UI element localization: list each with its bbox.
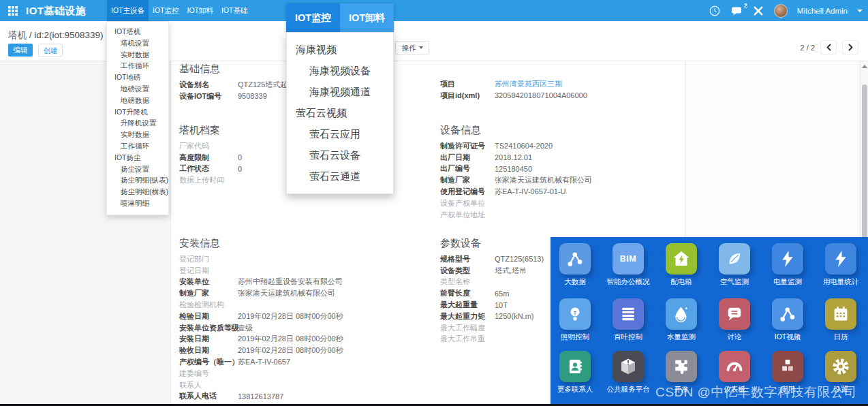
user-avatar[interactable] [774,4,788,18]
menu-item[interactable]: 塔机设置 [107,37,168,49]
field-label: 类型名称 [440,277,495,287]
app-discuss[interactable]: 讨论 [708,298,761,342]
topbar-nav: IOT主设备 IOT监控 IOT卸料 IOT基础 [107,0,252,21]
menu-item[interactable]: 工作循环 [107,140,168,152]
app-public-service-platform[interactable]: 公共服务平台 [602,351,655,394]
field-value: 张家港天运建筑机械有限公司 [495,175,592,185]
menu-item[interactable]: 实时数据 [107,49,168,61]
menu-item[interactable]: IOT地磅 [107,72,168,83]
field-label: 安装日期 [179,334,238,344]
field-label: 制造厂家 [179,288,238,298]
menu-item[interactable]: 实时数据 [107,129,168,140]
field-value: TS2410604-2020 [495,142,553,150]
menu-item[interactable]: 地磅设置 [107,83,168,95]
field-label: 前臂长度 [440,288,495,298]
field-value: 0 [238,165,242,173]
bolt-icon [831,249,851,269]
messages-icon[interactable]: 2 [730,5,743,17]
monitor-dropdown-panel: 海康视频 海康视频设备 海康视频通道 萤石云视频 萤石云应用 萤石云设备 萤石云… [286,32,394,194]
breadcrumb-parent-link[interactable]: 塔机 [8,30,27,40]
tools-close-icon[interactable] [752,5,764,17]
menu-item[interactable]: 海康视频 [287,39,393,60]
field-value: 2019年02月28日 08时00分00秒 [238,311,343,322]
network-nodes-icon [565,249,585,269]
app-blinds-control[interactable]: 百叶控制 [602,298,655,342]
app-iot-video[interactable]: IOT视频 [761,298,814,342]
menu-item[interactable]: 升降机设置 [107,117,168,129]
field-label: 登记部门 [179,254,238,264]
create-button[interactable]: 创建 [38,44,63,57]
pager-previous-button[interactable] [820,40,837,54]
field-value: 10T [495,301,508,309]
gauge-icon [724,356,745,377]
edit-button[interactable]: 编辑 [8,44,33,57]
menu-item[interactable]: 海康视频设备 [287,60,393,81]
field-label: 登记日期 [179,266,238,276]
project-link[interactable]: 苏州湾景苑西区三期 [495,79,562,89]
app-calendar[interactable]: 日历 [814,298,867,342]
menu-item[interactable]: 萤石云视频 [287,102,393,123]
menu-item[interactable]: 海康视频通道 [287,81,393,102]
tab-iot-unload[interactable]: IOT卸料 [340,3,394,32]
topbar-menu-iot-main-device[interactable]: IOT主设备 [107,0,149,21]
app-power-box[interactable]: 配电箱 [655,243,708,287]
topbar-menu-iot-unload[interactable]: IOT卸料 [183,0,218,21]
menu-item[interactable]: 萤石云应用 [287,123,393,144]
app-electric-stats[interactable]: 用电量统计 [814,243,867,287]
action-button[interactable]: 操作 [395,41,429,54]
menu-item[interactable]: IOT扬尘 [107,152,168,163]
field-label: 项目id(xml) [440,91,495,101]
menu-item[interactable]: 工作循环 [107,60,168,72]
menu-item[interactable]: IOT升降机 [107,106,168,118]
field-value: 壹级 [238,323,253,333]
tab-iot-monitor[interactable]: IOT监控 [286,3,340,32]
field-label: 出厂日期 [440,153,495,163]
section-basic-info-right: 项目苏州湾景苑西区三期 项目id(xml)3205842018071004A06… [440,78,587,102]
topbar-menu-iot-monitor[interactable]: IOT监控 [149,0,183,21]
field-label: 产权编号（唯一） [179,357,238,367]
section-title: 安装信息 [179,237,343,250]
app-water-monitor[interactable]: 水量监测 [655,298,708,342]
messages-count-badge: 2 [744,2,747,9]
user-menu-caret-icon[interactable] [857,10,863,12]
menu-item[interactable]: 扬尘设置 [107,163,168,175]
field-label: 联系人 [179,380,238,390]
app-air-monitor[interactable]: 空气监测 [708,243,761,287]
action-button-label: 操作 [402,42,416,54]
field-value: QTZ125塔式起 [238,80,288,90]
action-caret-icon [419,46,423,49]
field-label: 联系人电话 [179,391,238,401]
menu-item[interactable]: IOT塔机 [107,26,168,37]
section-basic-info: 基础信息 设备别名QTZ125塔式起 设备IOT编号9508339 [179,63,288,102]
topbar: IOT基础设施 IOT主设备 IOT监控 IOT卸料 IOT基础 2 Mitch… [0,0,868,21]
apps-grid-icon[interactable] [7,5,18,16]
app-title: IOT基础设施 [26,0,87,21]
scrollbar-up-arrow-icon[interactable] [862,65,867,68]
gear-icon [831,356,851,377]
section-parameters: 参数设备 规格型号QTZ125(6513) 设备类型塔式,塔吊 类型名称 前臂长… [440,237,544,345]
iot-infrastructure-app: IOT基础设施 IOT主设备 IOT监控 IOT卸料 IOT基础 2 Mitch… [0,0,868,406]
menu-item[interactable]: 喷淋明细 [107,198,168,209]
section-title: 塔机档案 [179,124,242,137]
app-big-data[interactable]: 大数据 [548,243,602,287]
menu-item[interactable]: 扬尘明细(横表) [107,186,168,198]
puzzle-icon [671,356,692,377]
app-lighting-control[interactable]: 照明控制 [548,298,602,342]
topbar-menu-iot-base[interactable]: IOT基础 [217,0,252,21]
user-name[interactable]: Mitchell Admin [797,7,848,15]
bolt-icon [777,249,798,269]
menu-item[interactable]: 地磅数据 [107,95,168,106]
app-more-contacts[interactable]: 更多联系人 [548,351,602,394]
activity-clock-icon[interactable] [709,5,721,17]
menu-item[interactable]: 扬尘明细(纵表) [107,174,168,186]
menu-item[interactable]: 萤石云设备 [287,144,393,166]
breadcrumb: 塔机 / id:2(iot:9508339) [8,29,104,42]
app-bim-overview[interactable]: BIM 智能办公概况 [602,243,655,287]
app-electric-monitor[interactable]: 电量监测 [761,243,814,287]
field-label: 工作状态 [179,163,238,174]
field-value: 苏州中翔起重设备安装有限公司 [238,277,343,287]
field-value: 2019年02月28日 08时00分00秒 [238,345,343,356]
pager-next-button[interactable] [842,40,858,54]
field-label: 建委编号 [179,369,238,379]
menu-item[interactable]: 萤石云通道 [287,166,393,187]
